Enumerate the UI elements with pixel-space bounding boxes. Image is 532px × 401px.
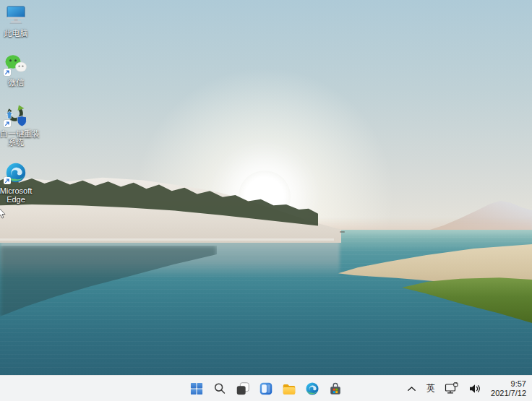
reinstall-tool-icon [4, 103, 28, 128]
desktop-icon-wechat[interactable]: 微信 [0, 52, 42, 87]
edge-icon [4, 160, 28, 185]
wallpaper-distant-speck [340, 231, 345, 233]
windows-logo-icon [189, 381, 205, 397]
search-button[interactable] [211, 380, 228, 397]
show-hidden-icons-button[interactable] [405, 380, 419, 397]
store-bag-icon [327, 381, 343, 397]
clock-date: 2021/7/12 [491, 389, 526, 398]
task-view-icon [235, 381, 251, 397]
shortcut-arrow-icon [4, 120, 11, 127]
volume-icon [468, 383, 481, 394]
desktop-icon-label: 此电脑 [4, 29, 28, 38]
folder-icon [281, 381, 297, 397]
desktop-icon-xiaobai-reinstall[interactable]: 小白一键重装 系统 [0, 103, 42, 147]
desktop-icon-label: 微信 [8, 78, 24, 87]
chevron-up-icon [406, 384, 417, 394]
start-button[interactable] [188, 380, 205, 397]
file-explorer-button[interactable] [280, 380, 298, 397]
desktop-icon-label: Microsoft Edge [0, 186, 32, 204]
desktop-background[interactable] [0, 0, 532, 401]
desktop-icon-label: 小白一键重装 系统 [0, 129, 40, 147]
network-ethernet-icon [445, 382, 459, 394]
widgets-icon [258, 381, 274, 397]
wechat-icon [4, 52, 28, 77]
ime-language-indicator[interactable]: 英 [425, 380, 437, 397]
desktop-icon-this-pc[interactable]: 此电脑 [0, 3, 42, 38]
task-view-button[interactable] [234, 380, 252, 397]
edge-taskbar-button[interactable] [304, 380, 321, 397]
ime-language-label: 英 [426, 382, 435, 394]
search-icon [212, 381, 228, 397]
microsoft-store-button[interactable] [327, 380, 344, 397]
clock[interactable]: 9:57 2021/7/12 [489, 380, 528, 397]
desktop-screen: 此电脑 微信 [0, 0, 532, 401]
volume-button[interactable] [467, 380, 483, 397]
shortcut-arrow-icon [4, 69, 11, 76]
this-pc-icon [4, 3, 28, 27]
shortcut-arrow-icon [4, 177, 11, 184]
widgets-button[interactable] [257, 380, 275, 397]
wallpaper-shoreline [0, 238, 334, 241]
clock-time: 9:57 [491, 379, 526, 389]
network-button[interactable] [443, 380, 460, 397]
system-tray: 英 [405, 376, 528, 401]
taskbar-center-icons [188, 376, 344, 401]
mouse-cursor [0, 207, 6, 223]
edge-icon [304, 381, 320, 397]
taskbar: 英 [0, 375, 532, 401]
desktop-icon-microsoft-edge[interactable]: Microsoft Edge [0, 160, 42, 204]
